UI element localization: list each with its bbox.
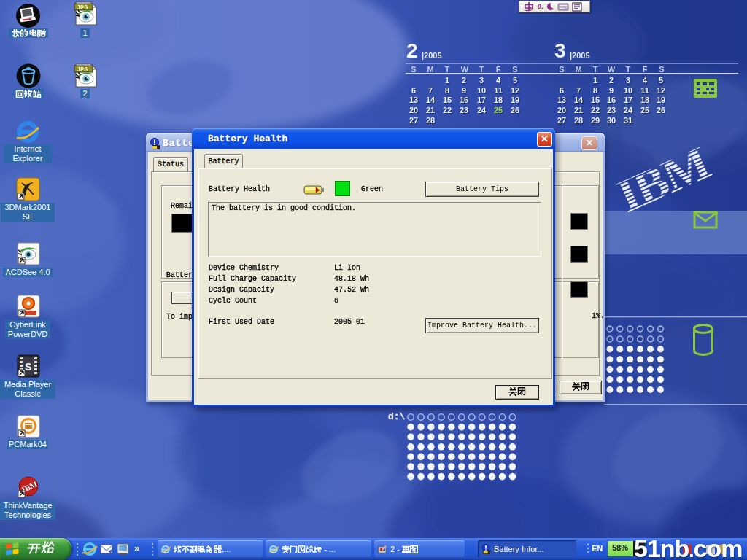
svg-text:S: S [25, 361, 31, 373]
svg-text:»: » [134, 542, 139, 553]
svg-text:9.: 9. [538, 3, 543, 10]
